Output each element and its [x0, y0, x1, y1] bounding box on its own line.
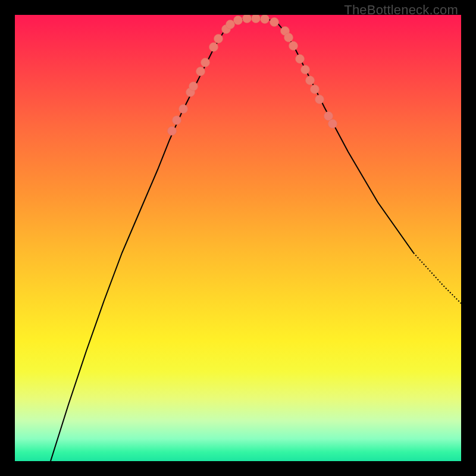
- data-marker: [324, 112, 333, 121]
- data-marker: [189, 82, 198, 91]
- data-marker: [252, 15, 261, 23]
- data-marker: [289, 42, 298, 51]
- data-marker: [306, 76, 315, 85]
- data-marker: [311, 85, 320, 94]
- data-marker: [270, 18, 279, 27]
- data-marker: [201, 58, 210, 67]
- chart-frame: TheBottleneck.com: [0, 0, 476, 476]
- data-marker: [214, 35, 223, 43]
- data-marker: [296, 55, 305, 64]
- plot-area: [15, 15, 461, 461]
- data-marker: [243, 15, 252, 23]
- data-marker: [196, 67, 205, 76]
- data-marker: [234, 16, 243, 25]
- data-marker: [209, 43, 218, 52]
- data-marker: [226, 20, 235, 29]
- watermark-text: TheBottleneck.com: [344, 2, 458, 18]
- data-marker: [173, 116, 181, 125]
- data-marker: [261, 15, 270, 24]
- bottleneck-curve-tail: [414, 253, 461, 303]
- bottleneck-curve-svg: [15, 15, 461, 461]
- data-marker: [301, 65, 310, 74]
- marker-group: [168, 15, 337, 136]
- data-marker: [328, 120, 337, 129]
- data-marker: [168, 127, 177, 136]
- data-marker: [179, 105, 188, 114]
- bottleneck-curve: [51, 18, 414, 461]
- data-marker: [284, 33, 293, 42]
- data-marker: [315, 95, 324, 104]
